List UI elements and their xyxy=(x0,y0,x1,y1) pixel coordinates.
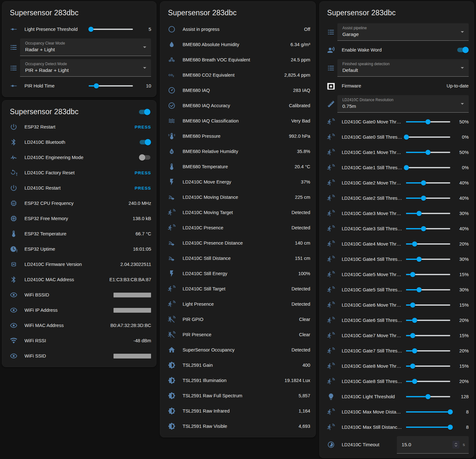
ld2410c-gate1-still-thres-slider[interactable] xyxy=(406,165,450,170)
slider-knob[interactable] xyxy=(421,180,426,185)
slider-knob[interactable] xyxy=(94,83,99,88)
slider-knob[interactable] xyxy=(417,257,422,262)
ld2410c-gate7-still-thres-row: LD2410C Gate7 Still Thres…20% xyxy=(320,343,474,358)
slider-knob[interactable] xyxy=(404,165,409,170)
bme680-iaq-accuracy-row: BME680 IAQ AccuracyCalibrated xyxy=(160,98,315,113)
ld2410c-gate3-move-thr-slider[interactable] xyxy=(406,211,450,216)
ld2410c-gate3-still-thres-slider[interactable] xyxy=(406,226,450,232)
slider-knob[interactable] xyxy=(412,318,417,323)
ld2410c-presence-distance-row: LD2410C Presence Distance140 cm xyxy=(160,235,315,251)
icon-wrap xyxy=(168,163,176,170)
icon-wrap xyxy=(10,123,17,131)
slider-knob[interactable] xyxy=(412,241,417,247)
firmware-row: FirmwareUp-to-date xyxy=(320,78,474,94)
ld2410c-gate4-move-thr-row: LD2410C Gate4 Move Thr…20% xyxy=(320,236,474,252)
slider-knob[interactable] xyxy=(412,348,417,353)
entity-name: LD2410C Gate7 Still Thres… xyxy=(342,348,404,353)
assist-pipeline-select[interactable]: Assist pipelineGarage xyxy=(337,23,469,41)
ld2410c-gate7-still-thres-slider[interactable] xyxy=(406,348,450,354)
slider-knob[interactable] xyxy=(425,150,431,155)
ld2410c-gate8-still-thres-slider[interactable] xyxy=(406,379,450,384)
enable-wake-word-toggle[interactable] xyxy=(457,47,469,53)
esp32-restart-row: ESP32 RestartPRESS xyxy=(2,119,156,135)
entity-state: Off xyxy=(304,27,310,32)
ld2410c-gate0-move-thr-slider[interactable] xyxy=(406,119,450,125)
finished-speaking-detection-select[interactable]: Finished speaking detectionDefault xyxy=(337,59,469,77)
motion-sensor-off-icon xyxy=(168,331,176,338)
slider-knob[interactable] xyxy=(404,135,409,140)
slider-track[interactable] xyxy=(406,167,450,168)
icon-wrap xyxy=(168,392,176,400)
ld2410c-gate3-move-thr-row: LD2410C Gate3 Move Thr…30% xyxy=(320,206,474,221)
icon-wrap xyxy=(10,291,17,299)
ld2410c-moving-distance-row: LD2410C Moving Distance225 cm xyxy=(160,190,315,205)
bme680-iaq-row: BME680 IAQ283 IAQ xyxy=(160,83,315,98)
occupancy-detect-mode-select[interactable]: Occupancy Detect ModePIR + Radar + Light xyxy=(20,59,151,77)
ld2410c-gate2-still-thres-slider[interactable] xyxy=(406,195,450,201)
slider-knob[interactable] xyxy=(448,409,453,414)
slider-knob[interactable] xyxy=(410,303,415,308)
ld2410c-gate1-move-thr-slider[interactable] xyxy=(406,150,450,155)
icon-wrap: CO2 xyxy=(168,71,176,79)
ld2410c-gate7-move-thr-slider[interactable] xyxy=(406,333,450,338)
device-enabled-toggle[interactable] xyxy=(138,109,150,115)
timelapse-icon xyxy=(327,441,335,449)
bme680-pressure-row: BME680 Pressure992.0 hPa xyxy=(160,129,315,144)
ld2410c-bluetooth-toggle[interactable] xyxy=(139,139,151,145)
ld2410c-max-move-dista-slider[interactable] xyxy=(406,409,450,415)
ld2410c-gate2-move-thr-slider[interactable] xyxy=(406,180,450,186)
ld2410c-gate5-move-thr-slider[interactable] xyxy=(406,272,450,277)
slider-track[interactable] xyxy=(406,136,450,138)
occupancy-clear-mode-select[interactable]: Occupancy Clear ModeRadar + Light xyxy=(20,38,151,56)
ld2410c-distance-resolution-select[interactable]: LD2410C Distance Resolution0.75m xyxy=(337,95,469,113)
motion-sensor-icon xyxy=(327,164,335,171)
entity-name: Firmware xyxy=(342,83,447,88)
ld2410c-gate5-still-thres-slider[interactable] xyxy=(406,287,450,293)
slider-knob[interactable] xyxy=(417,287,422,292)
motion-sensor-icon xyxy=(327,316,335,324)
slider-knob[interactable] xyxy=(425,119,431,124)
slider-knob[interactable] xyxy=(417,211,422,216)
number-value-input[interactable] xyxy=(402,442,451,448)
ld2410c-gate4-still-thres-slider[interactable] xyxy=(406,256,450,262)
ld2410c-gate4-move-thr-slider[interactable] xyxy=(406,241,450,247)
slider-knob[interactable] xyxy=(410,364,415,369)
motion-sensor-icon xyxy=(327,301,335,309)
ld2410c-gate6-still-thres-slider[interactable] xyxy=(406,317,450,323)
entity-state: 20.4 °C xyxy=(295,164,310,169)
slider-knob[interactable] xyxy=(410,272,415,277)
icon-wrap xyxy=(10,230,17,238)
air-filter-icon xyxy=(168,117,176,125)
pir-hold-time-slider[interactable] xyxy=(89,83,133,89)
ld2410c-timeout-field[interactable]: s xyxy=(397,436,469,454)
light-presence-threshold-slider[interactable] xyxy=(89,26,133,32)
dropdown-arrow-icon xyxy=(461,31,464,33)
ld2410c-light-threshold-slider[interactable] xyxy=(406,394,450,400)
ld2410c-factory-reset-press-button[interactable]: PRESS xyxy=(135,170,151,175)
motion-sensor-icon xyxy=(327,179,335,187)
entity-name: SuperSensor Occupancy xyxy=(183,347,292,352)
slider-knob[interactable] xyxy=(410,333,415,338)
esp32-restart-press-button[interactable]: PRESS xyxy=(135,125,151,129)
slider-knob[interactable] xyxy=(88,27,93,32)
ld2410c-gate6-move-thr-slider[interactable] xyxy=(406,302,450,308)
eye-icon xyxy=(10,352,17,360)
slider-knob[interactable] xyxy=(448,425,453,430)
stepper-icon[interactable] xyxy=(452,441,459,449)
supersensor-occupancy-row: SuperSensor OccupancyDetected xyxy=(160,342,315,358)
slider-knob[interactable] xyxy=(412,379,417,384)
slider-track[interactable] xyxy=(89,29,133,30)
account-voice-icon xyxy=(327,46,335,54)
ld2410c-firmware-version-row: LD2410C Firmware Version2.04.23022511 xyxy=(2,257,156,272)
entity-name: BME680 Absolute Humidity xyxy=(183,42,290,47)
select-field-label: Assist pipeline xyxy=(342,26,456,31)
slider-knob[interactable] xyxy=(425,394,431,399)
ld2410c-restart-press-button[interactable]: PRESS xyxy=(135,186,151,191)
ld2410c-engineering-mode-toggle[interactable] xyxy=(139,154,151,161)
ld2410c-gate8-move-thr-slider[interactable] xyxy=(406,363,450,369)
ld2410c-max-still-distanc-slider[interactable] xyxy=(406,424,450,430)
ld2410c-gate5-move-thr-row: LD2410C Gate5 Move Thr…15% xyxy=(320,267,474,282)
slider-knob[interactable] xyxy=(421,226,426,231)
ld2410c-gate0-still-thres-slider[interactable] xyxy=(406,134,450,140)
slider-knob[interactable] xyxy=(421,196,426,201)
